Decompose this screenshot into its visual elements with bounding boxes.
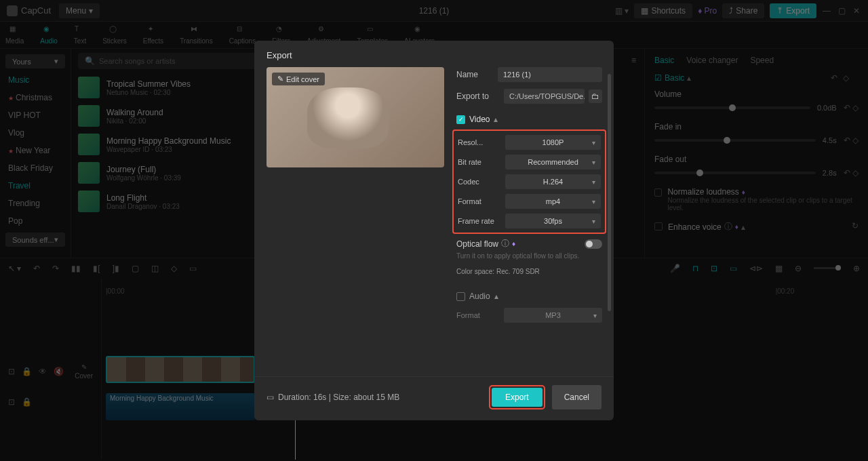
codec-select[interactable]: H.264: [505, 174, 601, 189]
exportto-label: Export to: [456, 92, 504, 101]
format-select[interactable]: mp4: [505, 194, 601, 209]
audio-section-label: Audio: [469, 292, 490, 301]
film-icon: ▭: [267, 393, 274, 402]
audio-format-select[interactable]: MP3: [504, 308, 602, 323]
edit-cover-button[interactable]: ✎Edit cover: [272, 73, 325, 85]
cancel-button[interactable]: Cancel: [552, 385, 601, 409]
audio-checkbox[interactable]: [456, 292, 465, 301]
video-section-label: Video: [469, 115, 490, 124]
export-confirm-button[interactable]: Export: [492, 388, 542, 407]
scrollbar[interactable]: [608, 74, 611, 311]
duration-info: ▭Duration: 16s | Size: about 15 MB: [267, 393, 399, 402]
info-icon[interactable]: ⓘ: [501, 238, 509, 249]
name-label: Name: [456, 70, 498, 79]
export-dialog: Export ✎Edit cover Name Export to C:/Use…: [254, 41, 614, 420]
annotation-highlight: Export: [489, 385, 545, 409]
export-preview: ✎Edit cover: [267, 67, 444, 167]
optical-flow-toggle[interactable]: [585, 239, 602, 249]
video-checkbox[interactable]: ✓: [456, 115, 465, 124]
resolution-select[interactable]: 1080P: [505, 135, 601, 150]
chevron-up-icon[interactable]: ▴: [494, 292, 498, 301]
diamond-icon: ♦: [512, 240, 515, 247]
pencil-icon: ✎: [277, 75, 283, 83]
framerate-select[interactable]: 30fps: [505, 214, 601, 228]
export-path: C:/Users/TOPGUS/De...: [504, 89, 585, 104]
chevron-up-icon[interactable]: ▴: [494, 115, 498, 124]
bitrate-select[interactable]: Recommended: [505, 155, 601, 169]
annotation-highlight: Resol...1080P Bit rateRecommended CodecH…: [452, 129, 606, 234]
dialog-title: Export: [254, 41, 614, 67]
name-input[interactable]: [498, 67, 602, 82]
folder-icon[interactable]: 🗀: [589, 89, 602, 103]
